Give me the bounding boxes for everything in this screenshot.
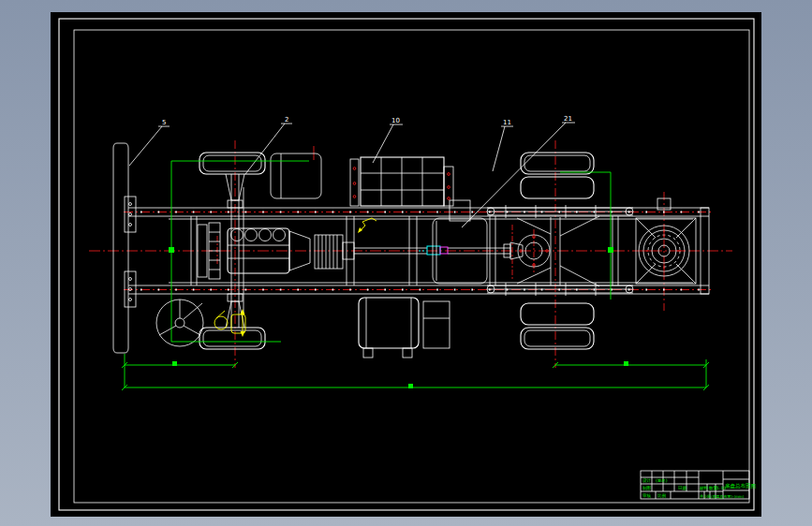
dimension-text-marker: [624, 361, 628, 366]
dimension-lines: [122, 161, 709, 390]
rear-tires-bottom: [521, 303, 594, 349]
title-block: 设计 (签名) 制图 日期 审核 比例 材料 数量 1:10 共1张 底盘总布置…: [641, 471, 756, 499]
front-bumper: [113, 143, 136, 353]
radiator-grid: [361, 157, 444, 206]
battery-box: [423, 301, 450, 348]
title-field: (签名): [656, 478, 668, 483]
steering-wheel: [156, 300, 203, 346]
fuel-tank: [359, 298, 419, 358]
title-field: 比例: [657, 493, 667, 499]
balloon-label: 11: [503, 119, 511, 126]
cab-box: [271, 153, 321, 198]
front-tire-bottom: [199, 328, 265, 349]
dimension-midpoint-marker: [608, 247, 613, 253]
leader-balloons: 5 2 10 11 21: [129, 115, 575, 227]
dimension-text-marker: [172, 361, 177, 366]
shift-linkage-highlight: [358, 218, 376, 233]
drawing-title: 底盘总布置图: [725, 483, 756, 489]
balloon-label: 10: [391, 117, 400, 124]
dimension-midpoint-marker: [169, 247, 174, 253]
title-footer: (底盘总布置)·(mm): [711, 494, 745, 499]
balloon-label: 21: [564, 115, 572, 123]
sheet-border-inner: [74, 30, 749, 503]
title-field: 设计: [642, 477, 652, 483]
sheet-note: 共1张: [700, 494, 711, 499]
sheet-border-outer: [59, 19, 754, 510]
title-field: 制图: [642, 486, 651, 490]
rear-axle: [504, 216, 599, 286]
chassis-drawing-svg: 5 2 10 11 21: [51, 12, 761, 517]
title-field: 日期: [678, 486, 687, 490]
spare-wheel: [636, 198, 696, 284]
dimension-text-marker: [408, 384, 413, 388]
air-tanks-highlight: [214, 309, 245, 337]
title-field: 审核: [642, 493, 652, 498]
cad-drawing-canvas[interactable]: 5 2 10 11 21: [51, 12, 761, 517]
transmission: [315, 235, 354, 269]
rear-tires-top: [521, 153, 594, 198]
balloon-label: 2: [285, 116, 288, 124]
viewer-background: 5 2 10 11 21: [0, 0, 812, 526]
balloon-label: 5: [162, 119, 166, 126]
front-tire-top: [199, 153, 265, 174]
